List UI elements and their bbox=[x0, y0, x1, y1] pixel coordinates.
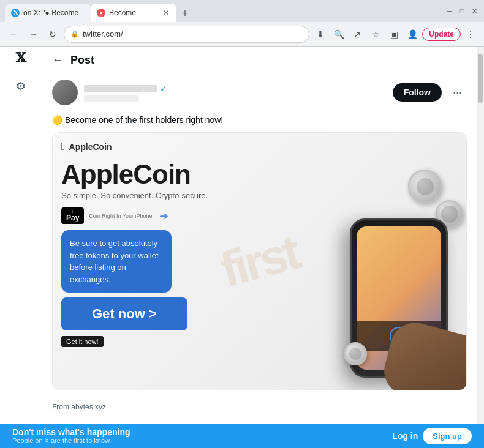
profile-icon[interactable]: 👤 bbox=[404, 26, 421, 43]
apple-pay-subtext: Coin Right In Your iPhone bbox=[89, 213, 152, 219]
tab-close-button[interactable]: ✕ bbox=[162, 7, 170, 18]
post-content: 🟡 Become one of the first holders right … bbox=[52, 115, 223, 125]
ac-header:  AppleCoin bbox=[53, 133, 466, 157]
verified-badge: ✓ bbox=[160, 84, 167, 94]
post-back-button[interactable]: ← bbox=[52, 54, 63, 67]
more-options-button[interactable]: ··· bbox=[448, 84, 467, 102]
bottom-bar-left: Don't miss what's happening People on X … bbox=[12, 427, 130, 444]
blue-info-bubble: Be sure to get absolutely free tokens to… bbox=[61, 230, 172, 293]
download-icon[interactable]: ⬇ bbox=[312, 26, 329, 43]
from-source: From abytes.xyz bbox=[42, 398, 477, 416]
post-text: 🟡 Become one of the first holders right … bbox=[42, 113, 477, 132]
tab-inactive[interactable]: 𝕏 on X: "● Become bbox=[5, 4, 91, 22]
bottom-bar-title: Don't miss what's happening bbox=[12, 427, 130, 437]
window-controls: ─ □ ✕ bbox=[445, 6, 479, 16]
scrollbar[interactable] bbox=[477, 47, 484, 424]
apple-pay-badge:  Pay bbox=[61, 207, 84, 224]
post-header: ← Post bbox=[42, 47, 477, 72]
tab-bar: 𝕏 on X: "● Become ● Become ✕ + bbox=[5, 0, 440, 22]
minimize-button[interactable]: ─ bbox=[445, 6, 455, 16]
coin-logo-small bbox=[349, 348, 361, 360]
tab-active[interactable]: ● Become ✕ bbox=[91, 4, 176, 22]
forward-nav-button[interactable]: → bbox=[25, 26, 42, 43]
signup-button[interactable]: Sign up bbox=[423, 428, 472, 444]
get-now-button[interactable]: Get now > bbox=[61, 297, 187, 330]
get-it-tooltip: Get it now! bbox=[61, 336, 104, 347]
title-bar: 𝕏 on X: "● Become ● Become ✕ + ─ □ ✕ bbox=[0, 0, 484, 22]
new-tab-button[interactable]: + bbox=[176, 5, 194, 22]
profile-name bbox=[84, 85, 157, 92]
close-button[interactable]: ✕ bbox=[469, 6, 479, 16]
tab-grid-icon[interactable]: ▣ bbox=[385, 26, 403, 43]
bottom-bar: Don't miss what's happening People on X … bbox=[0, 424, 484, 448]
reload-button[interactable]: ↻ bbox=[44, 26, 61, 43]
login-button[interactable]: Log in bbox=[392, 431, 418, 441]
tab-favicon-become: ● bbox=[97, 9, 105, 17]
apple-pay-main: Pay bbox=[66, 214, 79, 222]
bottom-bar-subtitle: People on X are the first to know. bbox=[12, 437, 130, 444]
post-title: Post bbox=[70, 54, 94, 67]
nav-right-icons: ⬇ 🔍 ↗ ☆ ▣ 👤 Update ⋮ bbox=[312, 26, 479, 43]
page-content: 𝕏 ⚙ ← Post ✓ Fol bbox=[0, 47, 484, 448]
arrow-icon: ➜ bbox=[157, 209, 171, 223]
bottom-bar-right: Log in Sign up bbox=[392, 428, 472, 444]
apple-pay-label:  bbox=[72, 209, 74, 214]
ac-subtitle: So simple. So convenient. Crypto-secure. bbox=[53, 191, 466, 205]
profile-name-row: ✓ bbox=[84, 84, 387, 94]
ad-inner: first  AppleCoin bbox=[53, 133, 466, 390]
user-avatar[interactable] bbox=[52, 80, 78, 105]
tab-label-1: on X: "● Become bbox=[23, 9, 85, 17]
tab-label-2: Become bbox=[109, 9, 158, 17]
navigation-bar: ← → ↻ 🔒 twitter.com/ ⬇ 🔍 ↗ ☆ ▣ 👤 Update … bbox=[0, 22, 484, 47]
tab-favicon-x: 𝕏 bbox=[11, 9, 20, 17]
url-text: twitter.com/ bbox=[83, 29, 303, 39]
ad-card[interactable]: first  AppleCoin bbox=[52, 132, 467, 390]
share-icon[interactable]: ↗ bbox=[349, 26, 366, 43]
x-main-content: ← Post ✓ Follow ··· 🟡 Become one of th bbox=[42, 47, 477, 424]
settings-icon[interactable]: ⚙ bbox=[16, 80, 26, 93]
x-logo[interactable]: 𝕏 bbox=[15, 51, 26, 65]
ac-brand-name: AppleCoin bbox=[69, 142, 112, 152]
profile-row: ✓ Follow ··· bbox=[42, 72, 477, 113]
profile-handle bbox=[84, 95, 139, 102]
watermark-text: first bbox=[215, 224, 304, 299]
scrollbar-thumb[interactable] bbox=[478, 54, 483, 103]
x-sidebar: 𝕏 ⚙ bbox=[0, 47, 42, 424]
phone-area: $ bbox=[350, 218, 466, 390]
bubble-text: Be sure to get absolutely free tokens to… bbox=[70, 239, 159, 284]
profile-info: ✓ bbox=[84, 84, 387, 102]
bookmark-icon[interactable]: ☆ bbox=[367, 26, 384, 43]
follow-button[interactable]: Follow bbox=[393, 83, 442, 102]
ssl-lock-icon: 🔒 bbox=[70, 30, 79, 38]
browser-frame: 𝕏 on X: "● Become ● Become ✕ + ─ □ ✕ ← →… bbox=[0, 0, 484, 448]
update-button[interactable]: Update bbox=[422, 28, 461, 41]
search-icon[interactable]: 🔍 bbox=[330, 26, 347, 43]
back-nav-button[interactable]: ← bbox=[5, 26, 22, 43]
address-bar[interactable]: 🔒 twitter.com/ bbox=[64, 26, 309, 43]
ac-big-title: AppleCoin bbox=[53, 157, 466, 191]
maximize-button[interactable]: □ bbox=[457, 6, 467, 16]
apple-logo-icon:  bbox=[61, 140, 66, 153]
menu-icon[interactable]: ⋮ bbox=[462, 26, 479, 43]
coin-small bbox=[344, 342, 367, 365]
